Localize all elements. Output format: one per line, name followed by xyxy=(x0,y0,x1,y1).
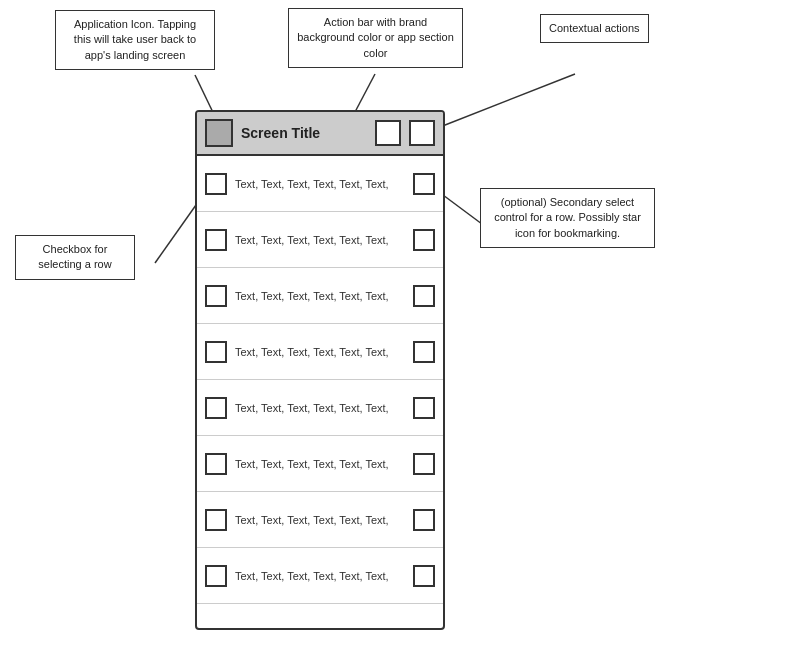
row-text-6: Text, Text, Text, Text, Text, Text, xyxy=(235,514,405,526)
contextual-action-icon-1[interactable] xyxy=(375,120,401,146)
row-text-5: Text, Text, Text, Text, Text, Text, xyxy=(235,458,405,470)
row-text-7: Text, Text, Text, Text, Text, Text, xyxy=(235,570,405,582)
list-row: Text, Text, Text, Text, Text, Text, xyxy=(197,548,443,604)
contextual-action-icon-2[interactable] xyxy=(409,120,435,146)
row-text-0: Text, Text, Text, Text, Text, Text, xyxy=(235,178,405,190)
row-text-4: Text, Text, Text, Text, Text, Text, xyxy=(235,402,405,414)
callout-contextual-actions: Contextual actions xyxy=(540,14,649,43)
svg-line-2 xyxy=(440,74,575,127)
row-secondary-control-0[interactable] xyxy=(413,173,435,195)
row-checkbox-0[interactable] xyxy=(205,173,227,195)
list-row: Text, Text, Text, Text, Text, Text, xyxy=(197,380,443,436)
row-secondary-control-2[interactable] xyxy=(413,285,435,307)
list-row: Text, Text, Text, Text, Text, Text, xyxy=(197,268,443,324)
row-checkbox-6[interactable] xyxy=(205,509,227,531)
row-text-1: Text, Text, Text, Text, Text, Text, xyxy=(235,234,405,246)
row-secondary-control-1[interactable] xyxy=(413,229,435,251)
list-row: Text, Text, Text, Text, Text, Text, xyxy=(197,212,443,268)
screen-title: Screen Title xyxy=(241,125,367,141)
list-row: Text, Text, Text, Text, Text, Text, xyxy=(197,324,443,380)
app-icon[interactable] xyxy=(205,119,233,147)
svg-line-1 xyxy=(355,74,375,112)
row-checkbox-4[interactable] xyxy=(205,397,227,419)
row-checkbox-2[interactable] xyxy=(205,285,227,307)
callout-app-icon: Application Icon. Tapping this will take… xyxy=(55,10,215,70)
action-bar: Screen Title xyxy=(197,112,443,156)
row-secondary-control-3[interactable] xyxy=(413,341,435,363)
row-checkbox-1[interactable] xyxy=(205,229,227,251)
row-checkbox-3[interactable] xyxy=(205,341,227,363)
diagram-container: Application Icon. Tapping this will take… xyxy=(0,0,800,662)
callout-action-bar: Action bar with brand background color o… xyxy=(288,8,463,68)
list-body: Text, Text, Text, Text, Text, Text, Text… xyxy=(197,156,443,604)
callout-checkbox: Checkbox for selecting a row xyxy=(15,235,135,280)
row-secondary-control-7[interactable] xyxy=(413,565,435,587)
list-row: Text, Text, Text, Text, Text, Text, xyxy=(197,156,443,212)
callout-secondary-select: (optional) Secondary select control for … xyxy=(480,188,655,248)
row-checkbox-7[interactable] xyxy=(205,565,227,587)
list-row: Text, Text, Text, Text, Text, Text, xyxy=(197,492,443,548)
row-secondary-control-6[interactable] xyxy=(413,509,435,531)
row-checkbox-5[interactable] xyxy=(205,453,227,475)
mobile-frame: Screen Title Text, Text, Text, Text, Tex… xyxy=(195,110,445,630)
list-row: Text, Text, Text, Text, Text, Text, xyxy=(197,436,443,492)
row-secondary-control-4[interactable] xyxy=(413,397,435,419)
row-secondary-control-5[interactable] xyxy=(413,453,435,475)
row-text-3: Text, Text, Text, Text, Text, Text, xyxy=(235,346,405,358)
row-text-2: Text, Text, Text, Text, Text, Text, xyxy=(235,290,405,302)
